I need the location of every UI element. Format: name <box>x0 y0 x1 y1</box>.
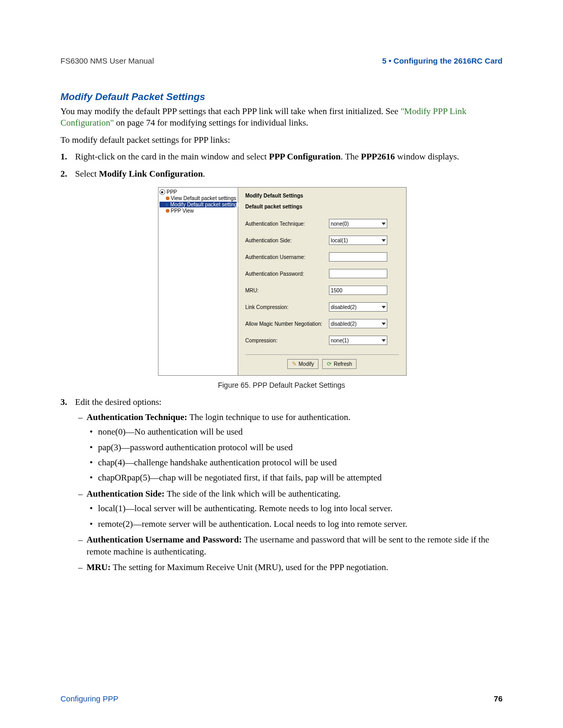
row-auth-password: Authentication Password: <box>246 269 399 278</box>
opt-rest: The login technique to use for authentic… <box>187 412 350 422</box>
step-2-post: . <box>203 169 205 179</box>
row-auth-technique: Authentication Technique: none(0) <box>246 219 399 228</box>
tree-root-label: PPP <box>167 189 177 195</box>
value: 1500 <box>331 288 342 293</box>
label-compression: Compression: <box>246 338 329 343</box>
label-auth-username: Authentication Username: <box>246 254 329 260</box>
figure-65: PPP View Default packet settings Modify … <box>158 187 406 376</box>
intro-paragraph: You may modify the default PPP settings … <box>60 106 503 129</box>
bullet-icon <box>166 196 169 200</box>
select-magic-number[interactable]: disabled(2) <box>329 319 387 328</box>
select-compression[interactable]: none(1) <box>329 336 387 345</box>
row-link-compression: Link Compression: disabled(2) <box>246 302 399 312</box>
step-1-number: 1. <box>60 151 67 163</box>
tree-root[interactable]: PPP <box>160 189 237 195</box>
select-link-compression[interactable]: disabled(2) <box>329 302 387 312</box>
tree-item-modify-default[interactable]: Modify Default packet settings <box>160 202 237 207</box>
chevron-down-icon <box>382 322 385 326</box>
figure-caption: Figure 65. PPP Default Packet Settings <box>60 381 503 389</box>
header-right: 5 • Configuring the 2616RC Card <box>382 56 503 65</box>
row-auth-side: Authentication Side: local(1) <box>246 236 399 245</box>
bullet: pap(3)—password authentication protocol … <box>87 442 503 453</box>
step-2-pre: Select <box>75 169 99 179</box>
lead-paragraph: To modify default packet settings for PP… <box>60 134 503 146</box>
tree-pane: PPP View Default packet settings Modify … <box>158 188 238 375</box>
value: disabled(2) <box>331 304 357 310</box>
tree-item-label: Modify Default packet settings <box>170 202 240 207</box>
page-header: FS6300 NMS User Manual 5 • Configuring t… <box>60 56 503 65</box>
row-magic-number: Allow Magic Number Negotiation: disabled… <box>246 319 399 328</box>
page: FS6300 NMS User Manual 5 • Configuring t… <box>0 0 563 728</box>
step-1-post: window displays. <box>395 152 459 162</box>
chevron-down-icon <box>382 239 385 242</box>
opt-bold: Authentication Technique: <box>87 412 187 422</box>
step-2-bold: Modify Link Configuration <box>99 169 203 179</box>
step-1-mid: . The <box>340 152 361 162</box>
step-1-pre: Right-click on the card in the main wind… <box>75 152 269 162</box>
section-heading: Modify Default Packet Settings <box>60 91 503 103</box>
modify-button[interactable]: ✎Modify <box>287 359 319 369</box>
value: none(1) <box>331 338 349 343</box>
step-1-bold1: PPP Configuration <box>269 152 340 162</box>
chevron-down-icon <box>382 305 385 309</box>
ppp-window: PPP View Default packet settings Modify … <box>158 187 407 376</box>
intro-post: on page 74 for modifying settings for in… <box>114 118 308 128</box>
value: local(1) <box>331 238 348 243</box>
row-mru: MRU: 1500 <box>246 286 399 295</box>
intro-pre: You may modify the default PPP settings … <box>60 106 400 116</box>
step-1: 1. Right-click on the card in the main w… <box>60 151 503 163</box>
tree-item-view-default[interactable]: View Default packet settings <box>160 195 237 201</box>
button-row: ✎Modify ⟳Refresh <box>246 359 399 369</box>
input-auth-username[interactable] <box>329 252 387 262</box>
refresh-label: Refresh <box>334 361 352 367</box>
opt-bold: Authentication Username and Password: <box>87 535 242 545</box>
bullet-icon <box>166 209 169 213</box>
divider <box>246 354 399 355</box>
refresh-button[interactable]: ⟳Refresh <box>322 359 357 369</box>
value: none(0) <box>331 221 349 227</box>
bullet: chap(4)—challenge handshake authenticati… <box>87 457 503 468</box>
steps-list-cont: 3. Edit the desired options: Authenticat… <box>60 397 503 573</box>
tree-item-label: PPP View <box>171 208 194 214</box>
opt-auth-side-bullets: local(1)—local server will be authentica… <box>87 503 503 530</box>
opt-auth-userpass: Authentication Username and Password: Th… <box>75 534 503 558</box>
opt-auth-side: Authentication Side: The side of the lin… <box>75 488 503 530</box>
panel-subtitle: Default packet settings <box>246 204 399 209</box>
step-3-number: 3. <box>60 397 67 408</box>
tree-item-ppp-view[interactable]: PPP View <box>160 208 237 214</box>
label-link-compression: Link Compression: <box>246 304 329 310</box>
footer-left: Configuring PPP <box>60 694 118 703</box>
input-auth-password[interactable] <box>329 269 387 278</box>
step-2-number: 2. <box>60 168 67 180</box>
label-auth-side: Authentication Side: <box>246 238 329 243</box>
step-3-sublist: Authentication Technique: The login tech… <box>75 412 503 574</box>
opt-auth-technique: Authentication Technique: The login tech… <box>75 412 503 484</box>
label-magic-number: Allow Magic Number Negotiation: <box>246 321 329 327</box>
header-left: FS6300 NMS User Manual <box>60 56 154 65</box>
input-mru[interactable]: 1500 <box>329 286 387 295</box>
label-auth-password: Authentication Password: <box>246 271 329 277</box>
step-3-text: Edit the desired options: <box>75 397 162 407</box>
select-auth-side[interactable]: local(1) <box>329 236 387 245</box>
label-mru: MRU: <box>246 288 329 293</box>
opt-rest: The setting for Maximum Receive Unit (MR… <box>111 562 388 572</box>
opt-auth-technique-bullets: none(0)—No authentication will be used p… <box>87 426 503 484</box>
select-auth-technique[interactable]: none(0) <box>329 219 387 228</box>
label-auth-technique: Authentication Technique: <box>246 221 329 227</box>
footer-right: 76 <box>494 694 503 703</box>
bullet: remote(2)—remote server will be authenti… <box>87 519 503 530</box>
bullet: local(1)—local server will be authentica… <box>87 503 503 514</box>
chevron-down-icon <box>382 339 385 342</box>
radio-icon <box>160 189 165 195</box>
opt-rest: The side of the link which will be authe… <box>165 489 341 499</box>
settings-pane: Modify Default Settings Default packet s… <box>238 188 406 375</box>
modify-label: Modify <box>299 361 314 367</box>
opt-bold: Authentication Side: <box>87 489 165 499</box>
step-1-bold2: PPP2616 <box>361 152 395 162</box>
panel-title: Modify Default Settings <box>246 193 399 199</box>
chevron-down-icon <box>382 222 385 226</box>
bullet: none(0)—No authentication will be used <box>87 426 503 438</box>
step-2: 2. Select Modify Link Configuration. <box>60 168 503 180</box>
value: disabled(2) <box>331 321 357 327</box>
step-3: 3. Edit the desired options: Authenticat… <box>60 397 503 573</box>
